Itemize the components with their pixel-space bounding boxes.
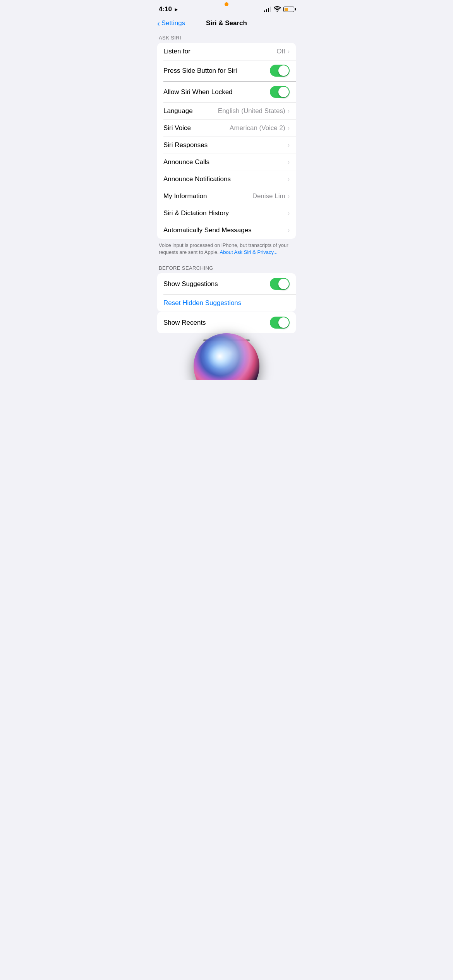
show-recents-row[interactable]: Show Recents: [157, 312, 296, 333]
status-right: [264, 6, 294, 13]
wifi-icon: [274, 6, 281, 13]
language-right: English (United States) ›: [218, 107, 290, 115]
show-recents-label: Show Recents: [163, 319, 206, 327]
ask-siri-footer: Voice input is processed on iPhone, but …: [151, 239, 302, 262]
siri-voice-chevron: ›: [288, 125, 290, 132]
siri-dictation-history-label: Siri & Dictation History: [163, 209, 229, 217]
back-label: Settings: [161, 19, 185, 27]
show-recents-card: Show Recents: [157, 312, 296, 333]
signal-bar-3: [268, 8, 269, 12]
auto-send-messages-label: Automatically Send Messages: [163, 226, 252, 234]
my-information-label: My Information: [163, 192, 207, 200]
listen-for-label: Listen for: [163, 48, 190, 55]
listen-for-row[interactable]: Listen for Off ›: [157, 43, 296, 60]
siri-orb-container[interactable]: [194, 333, 259, 380]
announce-notifications-label: Announce Notifications: [163, 175, 231, 183]
show-recents-section: Show Recents: [151, 312, 302, 333]
status-time: 4:10 ►: [159, 5, 179, 13]
siri-voice-label: Siri Voice: [163, 124, 191, 132]
siri-voice-row[interactable]: Siri Voice American (Voice 2) ›: [157, 120, 296, 137]
battery-icon: [283, 7, 294, 12]
announce-calls-right: ›: [288, 159, 290, 166]
allow-when-locked-toggle[interactable]: [270, 86, 290, 98]
listen-for-value: Off: [276, 48, 285, 55]
battery-fill: [285, 8, 288, 11]
press-side-button-toggle[interactable]: [270, 65, 290, 77]
signal-bar-4: [270, 7, 271, 12]
siri-responses-row[interactable]: Siri Responses ›: [157, 137, 296, 154]
reset-hidden-suggestions-label: Reset Hidden Suggestions: [163, 299, 241, 307]
siri-dictation-history-right: ›: [288, 210, 290, 217]
language-chevron: ›: [288, 108, 290, 115]
siri-responses-chevron: ›: [288, 142, 290, 149]
announce-notifications-row[interactable]: Announce Notifications ›: [157, 171, 296, 188]
page-title: Siri & Search: [206, 19, 247, 27]
auto-send-messages-right: ›: [288, 227, 290, 234]
ask-siri-header: ASK SIRI: [151, 32, 302, 43]
language-row[interactable]: Language English (United States) ›: [157, 103, 296, 120]
about-siri-privacy-link[interactable]: About Ask Siri & Privacy...: [220, 249, 278, 255]
announce-notifications-right: ›: [288, 176, 290, 183]
time-label: 4:10: [159, 5, 172, 13]
announce-calls-chevron: ›: [288, 159, 290, 166]
back-arrow-icon: ‹: [157, 19, 160, 27]
nav-bar: ‹ Settings Siri & Search: [151, 16, 302, 32]
show-suggestions-label: Show Suggestions: [163, 280, 218, 288]
announce-calls-row[interactable]: Announce Calls ›: [157, 154, 296, 171]
signal-bars: [264, 7, 271, 12]
page-wrapper: 4:10 ► ‹: [151, 0, 302, 380]
siri-responses-right: ›: [288, 142, 290, 149]
siri-orb: [194, 333, 259, 380]
show-recents-thumb: [278, 317, 289, 328]
my-information-value: Denise Lim: [252, 192, 285, 200]
allow-when-locked-thumb: [278, 87, 289, 97]
allow-when-locked-label: Allow Siri When Locked: [163, 88, 233, 96]
siri-orb-wrapper: [151, 341, 302, 380]
siri-responses-label: Siri Responses: [163, 141, 208, 149]
listen-for-right: Off ›: [276, 48, 290, 55]
show-suggestions-thumb: [278, 279, 289, 289]
show-recents-toggle[interactable]: [270, 317, 290, 329]
ask-siri-card: Listen for Off › Press Side Button for S…: [157, 43, 296, 239]
announce-calls-label: Announce Calls: [163, 158, 209, 166]
auto-send-messages-chevron: ›: [288, 227, 290, 234]
siri-voice-value: American (Voice 2): [230, 124, 285, 132]
language-value: English (United States): [218, 107, 285, 115]
language-label: Language: [163, 107, 193, 115]
location-icon: ►: [174, 7, 179, 12]
back-button[interactable]: ‹ Settings: [157, 19, 185, 27]
camera-indicator: [225, 2, 228, 6]
signal-bar-2: [266, 9, 267, 12]
my-information-right: Denise Lim ›: [252, 192, 290, 200]
allow-when-locked-row[interactable]: Allow Siri When Locked: [157, 81, 296, 103]
press-side-button-thumb: [278, 65, 289, 76]
press-side-button-label: Press Side Button for Siri: [163, 67, 237, 75]
auto-send-messages-row[interactable]: Automatically Send Messages ›: [157, 222, 296, 239]
signal-bar-1: [264, 10, 265, 12]
reset-hidden-suggestions-row[interactable]: Reset Hidden Suggestions: [157, 295, 296, 312]
siri-voice-right: American (Voice 2) ›: [230, 124, 290, 132]
show-suggestions-toggle[interactable]: [270, 278, 290, 290]
show-suggestions-row[interactable]: Show Suggestions: [157, 273, 296, 295]
my-information-chevron: ›: [288, 193, 290, 200]
my-information-row[interactable]: My Information Denise Lim ›: [157, 188, 296, 205]
siri-dictation-history-row[interactable]: Siri & Dictation History ›: [157, 205, 296, 222]
before-searching-card: Show Suggestions Reset Hidden Suggestion…: [157, 273, 296, 312]
press-side-button-row[interactable]: Press Side Button for Siri: [157, 60, 296, 81]
siri-dictation-history-chevron: ›: [288, 210, 290, 217]
svg-point-1: [194, 333, 259, 380]
listen-for-chevron: ›: [288, 48, 290, 55]
announce-notifications-chevron: ›: [288, 176, 290, 183]
before-searching-header: BEFORE SEARCHING: [151, 262, 302, 273]
